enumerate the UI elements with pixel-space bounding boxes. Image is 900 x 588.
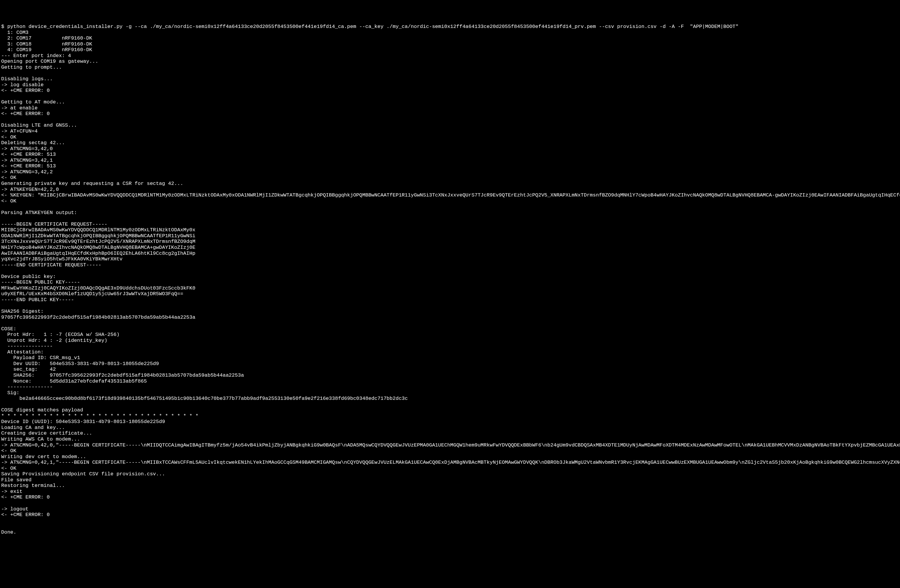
terminal-output: $ python device_credentials_installer.py… [1, 24, 899, 535]
